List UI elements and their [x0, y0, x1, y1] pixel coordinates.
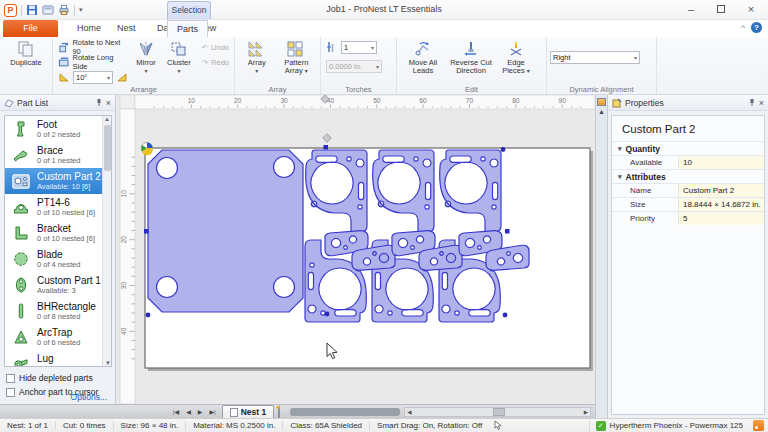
property-value[interactable]: 5 — [678, 212, 764, 225]
duplicate-icon — [17, 41, 35, 57]
nest-canvas-area[interactable]: 102030405060708090 10203040 — [116, 95, 595, 404]
nest-drawing[interactable]: 102030405060708090 10203040 — [116, 95, 595, 404]
rotate-long-side-button[interactable]: Rotate Long Side — [56, 55, 130, 69]
pattern-array-button[interactable]: Pattern Array ▾ — [276, 39, 317, 85]
part-list-item-arctrap[interactable]: ArcTrap0 of 6 nested — [5, 324, 104, 350]
property-group-quantity[interactable]: ▾Quantity — [612, 141, 764, 155]
tab-home[interactable]: Home — [68, 20, 110, 37]
part-list-item-lug[interactable]: Lug0 of 10 nested — [5, 350, 104, 367]
minimize-button[interactable]: – — [676, 0, 706, 18]
smart-drag-icon[interactable] — [493, 420, 505, 431]
collapsed-panel-strip: ▲ — [595, 95, 608, 418]
next-sheet-button[interactable]: ▶ — [195, 406, 206, 418]
svg-text:80: 80 — [512, 97, 520, 104]
torch-spacing-combo[interactable]: 0.0000 in.▾ — [326, 60, 382, 73]
scroll-right-icon[interactable]: ▶ — [582, 409, 590, 415]
prev-sheet-button[interactable]: ◀ — [183, 406, 194, 418]
part-list-item-brace[interactable]: Brace0 of 1 nested — [5, 142, 104, 168]
rotate-angle-combo[interactable]: 10°▾ — [73, 71, 113, 84]
nest-sheet-tab[interactable]: Nest 1 — [222, 405, 275, 418]
options-link[interactable]: Options... — [71, 392, 107, 402]
maximize-button[interactable] — [706, 0, 736, 18]
part-nested-count: 0 of 10 nested [6] — [37, 234, 95, 243]
close-panel-icon[interactable]: × — [759, 98, 764, 108]
nested-part-plate[interactable] — [148, 150, 303, 312]
close-button[interactable]: × — [736, 0, 766, 18]
ribbon-help-area: ^ ? — [741, 22, 762, 33]
arctrap-icon — [9, 327, 33, 347]
edge-pieces-button[interactable]: Edge Pieces ▾ — [496, 39, 536, 85]
horizontal-scrollbar[interactable]: ◀ ▶ — [404, 407, 591, 417]
expand-up-icon[interactable]: ▲ — [596, 108, 607, 115]
rotate-next-90-button[interactable]: Rotate to Next 90 — [56, 40, 130, 54]
rotate-left-icon[interactable] — [58, 71, 70, 83]
undo-button[interactable]: ↶Undo — [200, 40, 231, 54]
move-leads-icon — [414, 41, 432, 57]
part-list-item-custom-part-1[interactable]: Custom Part 1Available: 3 — [5, 272, 104, 298]
feed-icon[interactable] — [753, 420, 764, 431]
part-list-scrollbar[interactable]: ▲▼ — [102, 116, 111, 366]
ruler-corner — [120, 95, 135, 109]
part-list-item-pt14-6[interactable]: PT14-60 of 10 nested [6] — [5, 194, 104, 220]
tab-parts-active[interactable]: Parts — [167, 20, 208, 37]
svg-text:30: 30 — [120, 282, 127, 290]
close-panel-icon[interactable]: × — [106, 98, 111, 108]
collapse-chevron-icon[interactable]: ▾ — [618, 145, 622, 153]
dynamic-alignment-combo[interactable]: Right▾ — [550, 51, 640, 64]
save-icon[interactable] — [26, 4, 38, 16]
reverse-cut-direction-button[interactable]: Reverse Cut Direction — [446, 39, 496, 85]
svg-text:50: 50 — [373, 97, 381, 104]
property-group-attributes[interactable]: ▾Attributes — [612, 169, 764, 183]
property-row-size: Size18.8444 × 14.6872 in. — [612, 197, 764, 211]
pin-icon[interactable] — [95, 98, 103, 107]
cluster-button[interactable]: Cluster▾ — [162, 39, 196, 85]
qat-customize-caret-icon[interactable]: ▾ — [79, 6, 83, 14]
torch-count-icon — [326, 41, 338, 53]
hide-depleted-checkbox[interactable] — [6, 374, 15, 383]
properties-header: Properties × — [608, 95, 768, 111]
tab-splitter-handle[interactable] — [290, 408, 400, 416]
part-list-icon — [4, 98, 14, 108]
help-icon[interactable]: ? — [751, 22, 762, 33]
move-all-leads-button[interactable]: Move All Leads — [400, 39, 446, 85]
pin-icon[interactable] — [748, 98, 756, 107]
sheet-tab-strip: |◀ ◀ ▶ ▶| Nest 1 ✦ ◀ ▶ — [0, 404, 595, 418]
property-value[interactable]: 18.8444 × 14.6872 in. — [678, 198, 764, 211]
bracket-icon — [9, 223, 33, 243]
property-value[interactable]: 10 — [678, 156, 764, 169]
pronest-logo-icon[interactable]: P — [4, 4, 17, 17]
machine-status[interactable]: ✓ Hypertherm Phoenix - Powermax 125 — [589, 421, 749, 431]
array-button[interactable]: Array▾ — [238, 39, 276, 85]
first-sheet-button[interactable]: |◀ — [170, 406, 182, 418]
part-list-item-bhrectangle[interactable]: BHRectangle0 of 8 nested — [5, 298, 104, 324]
print-icon[interactable] — [58, 4, 70, 16]
part-list-item-bracket[interactable]: Bracket0 of 10 nested [6] — [5, 220, 104, 246]
part-list-item-blade[interactable]: Blade0 of 4 nested — [5, 246, 104, 272]
property-value[interactable]: Custom Part 2 — [678, 184, 764, 197]
redo-button[interactable]: ↷Redo — [200, 55, 231, 69]
rotate-right-icon[interactable] — [116, 71, 128, 83]
svg-text:20: 20 — [120, 236, 127, 244]
scrollbar-thumb[interactable] — [493, 408, 505, 416]
part-name: PT14-6 — [37, 197, 95, 208]
anchor-cursor-checkbox[interactable] — [6, 388, 15, 397]
part-list-item-custom-part-2[interactable]: Custom Part 2Available: 10 [6] — [5, 168, 104, 194]
duplicate-button[interactable]: Duplicate — [3, 39, 49, 85]
scroll-left-icon[interactable]: ◀ — [405, 409, 413, 415]
part-list-item-foot[interactable]: Foot0 of 2 nested — [5, 116, 104, 142]
lug-icon — [9, 353, 33, 367]
mirror-button[interactable]: Mirror▾ — [130, 39, 162, 85]
last-sheet-button[interactable]: ▶| — [206, 406, 218, 418]
part-name: Custom Part 1 — [37, 275, 101, 286]
new-sheet-button[interactable]: ✦ — [278, 407, 280, 417]
print-preview-icon[interactable] — [42, 4, 54, 16]
mirror-icon — [137, 41, 155, 57]
rotate-long-icon — [58, 56, 69, 68]
collapsed-panel-icon[interactable] — [597, 98, 606, 106]
property-label: Priority — [612, 212, 678, 225]
tab-nest[interactable]: Nest — [108, 20, 145, 37]
torch-count-combo[interactable]: 1▾ — [341, 41, 377, 54]
tab-file[interactable]: File — [3, 20, 58, 37]
collapse-ribbon-icon[interactable]: ^ — [741, 23, 745, 32]
collapse-chevron-icon[interactable]: ▾ — [618, 173, 622, 181]
